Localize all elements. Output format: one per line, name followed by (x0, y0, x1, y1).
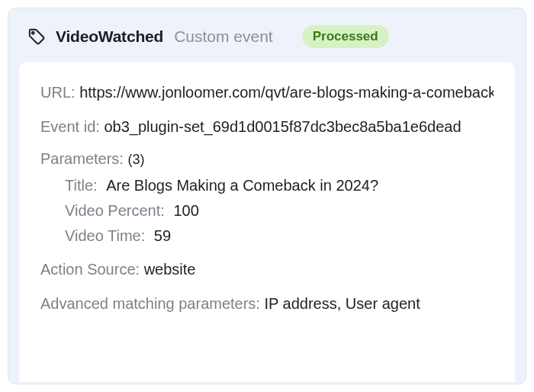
svg-point-0 (32, 32, 34, 34)
param-row-video-percent: Video Percent: 100 (65, 202, 494, 220)
param-label: Video Percent: (65, 202, 165, 219)
event-panel: VideoWatched Custom event Processed URL:… (8, 8, 526, 384)
url-row: URL: https://www.jonloomer.com/qvt/are-b… (40, 82, 494, 104)
param-value: 59 (154, 227, 171, 244)
param-label: Title: (65, 177, 98, 194)
event-name: VideoWatched (56, 27, 163, 46)
event-details: URL: https://www.jonloomer.com/qvt/are-b… (19, 62, 515, 382)
status-badge: Processed (302, 25, 389, 48)
event-id-row: Event id: ob3_plugin-set_69d1d0015f87dc3… (40, 116, 494, 138)
action-source-label: Action Source: (40, 261, 140, 278)
advanced-matching-row: Advanced matching parameters: IP address… (40, 293, 494, 315)
event-id-label: Event id: (40, 118, 100, 135)
event-header: VideoWatched Custom event Processed (8, 8, 526, 62)
advanced-matching-value: IP address, User agent (265, 295, 420, 312)
parameters-label: Parameters: (40, 150, 124, 167)
action-source-row: Action Source: website (40, 259, 494, 281)
event-id-value: ob3_plugin-set_69d1d0015f87dc3bec8a5ba1e… (104, 118, 461, 135)
advanced-matching-label: Advanced matching parameters: (40, 295, 260, 312)
parameters-count: (3) (128, 152, 145, 167)
param-value: 100 (173, 202, 198, 219)
url-value: https://www.jonloomer.com/qvt/are-blogs-… (79, 84, 494, 101)
param-label: Video Time: (65, 227, 145, 244)
param-value: Are Blogs Making a Comeback in 2024? (106, 177, 378, 194)
action-source-value: website (144, 261, 196, 278)
url-label: URL: (40, 84, 76, 101)
tag-icon (27, 27, 47, 47)
parameters-header: Parameters: (3) (40, 150, 494, 168)
param-row-video-time: Video Time: 59 (65, 227, 494, 245)
param-row-title: Title: Are Blogs Making a Comeback in 20… (65, 177, 494, 194)
event-type-label: Custom event (174, 27, 273, 46)
